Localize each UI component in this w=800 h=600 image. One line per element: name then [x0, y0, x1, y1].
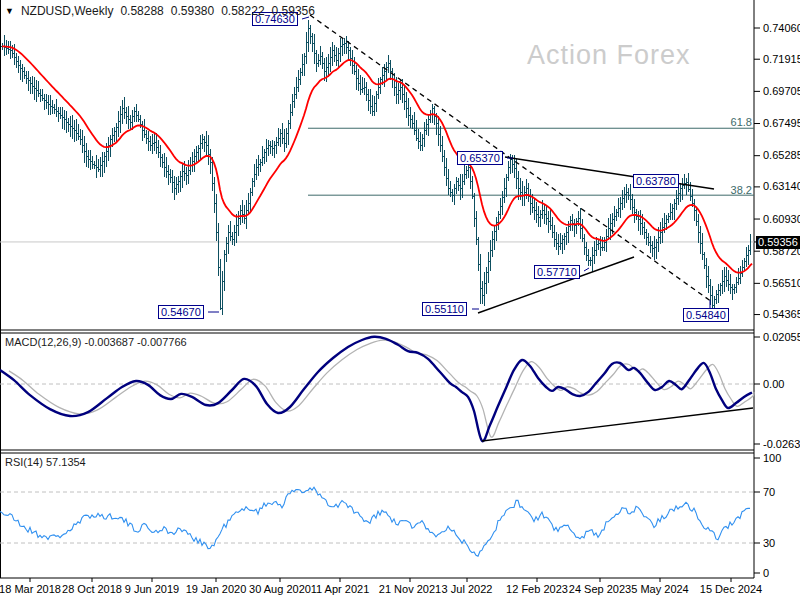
macd-value-2: -0.007766 — [137, 336, 187, 348]
date-tick-label: 21 Nov 2021 — [379, 583, 441, 595]
date-tick-label: 5 May 2024 — [631, 583, 688, 595]
price-level-annotation[interactable]: 0.54840 — [683, 308, 729, 322]
fib-level-label: 38.2 — [712, 184, 752, 196]
macd-value-1: -0.003687 — [84, 336, 134, 348]
rsi-tick-label: 0 — [763, 567, 799, 579]
date-tick-label: 30 Aug 2020 — [249, 583, 311, 595]
price-level-annotation[interactable]: 0.54670 — [158, 305, 204, 319]
macd-name: MACD(12,26,9) — [5, 336, 81, 348]
price-tick-label: 0.69705 — [763, 85, 799, 97]
date-tick-label: 11 Apr 2021 — [311, 583, 370, 595]
date-tick-label: 3 Jul 2022 — [442, 583, 493, 595]
date-tick-label: 15 Dec 2024 — [700, 583, 762, 595]
macd-tick-label: 0.00 — [763, 378, 799, 390]
symbol-timeframe-label: NZDUSD,Weekly — [21, 4, 113, 18]
ohlc-high: 0.59380 — [171, 4, 214, 18]
price-tick-label: 0.71915 — [763, 53, 799, 65]
macd-indicator-label: MACD(12,26,9) -0.003687 -0.007766 — [5, 336, 187, 348]
date-tick-label: 24 Sep 2023 — [569, 583, 631, 595]
price-tick-label: 0.60930 — [763, 213, 799, 225]
ohlc-open: 0.58288 — [120, 4, 163, 18]
rsi-name: RSI(14) — [5, 456, 43, 468]
price-level-annotation[interactable]: 0.55110 — [422, 302, 467, 316]
watermark: Action Forex — [527, 40, 691, 71]
rsi-value: 57.1354 — [46, 456, 86, 468]
date-tick-label: 19 Jan 2020 — [186, 583, 247, 595]
date-tick-label: 28 Oct 2018 — [62, 583, 122, 595]
price-tick-label: 0.65285 — [763, 149, 799, 161]
rsi-tick-label: 70 — [763, 486, 799, 498]
price-tick-label: 0.54365 — [763, 308, 799, 320]
chart-header: ▼ NZDUSD,Weekly 0.58288 0.59380 0.58222 … — [5, 4, 315, 18]
chart-window: ▼ NZDUSD,Weekly 0.58288 0.59380 0.58222 … — [0, 0, 800, 600]
price-tick-label: 0.67495 — [763, 117, 799, 129]
rsi-tick-label: 100 — [763, 452, 799, 464]
macd-tick-label: 0.020555 — [763, 331, 799, 343]
price-level-annotation[interactable]: 0.57710 — [534, 265, 580, 279]
date-tick-label: 18 Mar 2018 — [0, 583, 61, 595]
macd-tick-label: -0.026356 — [763, 438, 799, 450]
current-price-tag: 0.59356 — [756, 236, 800, 249]
date-tick-label: 9 Jun 2019 — [125, 583, 179, 595]
price-tick-label: 0.74060 — [763, 22, 799, 34]
price-level-annotation[interactable]: 0.63780 — [633, 174, 679, 188]
price-tick-label: 0.56510 — [763, 277, 799, 289]
price-tick-label: 0.63140 — [763, 180, 799, 192]
ohlc-low: 0.58222 — [221, 4, 264, 18]
rsi-tick-label: 30 — [763, 537, 799, 549]
chart-canvas[interactable] — [0, 0, 800, 600]
fib-level-label: 61.8 — [712, 116, 752, 128]
symbol-dropdown-icon[interactable]: ▼ — [5, 6, 14, 16]
ohlc-close: 0.59356 — [272, 4, 315, 18]
price-level-annotation[interactable]: 0.65370 — [457, 151, 503, 165]
rsi-indicator-label: RSI(14) 57.1354 — [5, 456, 86, 468]
date-tick-label: 12 Feb 2023 — [506, 583, 568, 595]
